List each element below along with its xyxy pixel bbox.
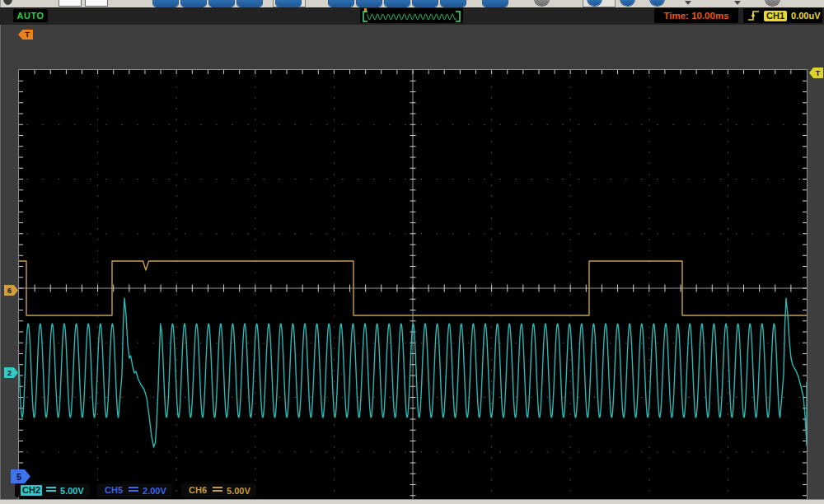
trigger-source-badge: CH1 [764, 11, 787, 21]
toolbar-icon-fragment[interactable] [329, 0, 353, 7]
toolbar-icon-fragment[interactable] [535, 0, 549, 6]
toolbar-icon-fragment[interactable] [685, 1, 691, 5]
channel-badge-ch5[interactable]: CH5 2.00V [97, 483, 172, 497]
toolbar-strip [0, 0, 824, 7]
trigger-info: CH1 0.00uV [743, 8, 822, 23]
toolbar-icon-fragment[interactable] [385, 0, 410, 7]
horizontal-position-preview[interactable] [360, 8, 463, 23]
toolbar-icon-fragment[interactable] [620, 0, 634, 6]
dc-coupling-icon [213, 487, 222, 494]
toolbar-icon-fragment[interactable] [153, 0, 178, 7]
channel-badge-ch2[interactable]: CH2 5.00V [15, 483, 90, 497]
toolbar-icon-fragment[interactable] [209, 0, 234, 7]
trigger-edge-icon [747, 9, 760, 22]
toolbar-icon-fragment[interactable] [357, 0, 382, 7]
toolbar-icon-fragment[interactable] [650, 0, 664, 6]
preview-waveform [360, 8, 463, 23]
toolbar-icon-fragment[interactable] [413, 0, 438, 7]
dc-coupling-icon [129, 487, 138, 494]
scope-region [0, 25, 824, 499]
toolbar-icon-fragment[interactable] [276, 0, 301, 7]
dc-coupling-icon [46, 487, 56, 494]
scope-graticule-and-traces [19, 70, 807, 504]
ch2-label: CH2 [21, 485, 42, 496]
toolbar-icon-fragment[interactable] [237, 0, 262, 7]
toolbar-icon-fragment[interactable] [734, 1, 741, 5]
window-bottom-edge [0, 499, 824, 504]
trigger-level-value: 0.00uV [791, 11, 820, 21]
ch5-label: CH5 [103, 485, 124, 496]
acquisition-mode-indicator: AUTO [13, 9, 48, 22]
status-bar: AUTO Time: 10.00ms CH1 0.00uV [0, 7, 824, 26]
ch2-scale-value: 5.00V [60, 486, 84, 496]
toolbar-icon-fragment[interactable] [483, 0, 508, 7]
scope-display[interactable] [18, 69, 808, 504]
toolbar-icon-fragment[interactable] [3, 0, 12, 5]
toolbar-icon-fragment[interactable] [85, 0, 108, 7]
toolbar-icon-fragment[interactable] [59, 0, 82, 7]
channel-badge-ch6[interactable]: CH6 5.00V [181, 483, 256, 497]
ch6-scale-value: 5.00V [227, 486, 250, 496]
toolbar-icon-fragment[interactable] [181, 0, 206, 7]
toolbar-icon-fragment[interactable] [765, 0, 780, 6]
toolbar-icon-fragment[interactable] [441, 0, 466, 7]
ch6-label: CH6 [187, 485, 208, 496]
timebase-display: Time: 10.00ms [654, 8, 738, 23]
ch5-scale-value: 2.00V [143, 486, 166, 496]
